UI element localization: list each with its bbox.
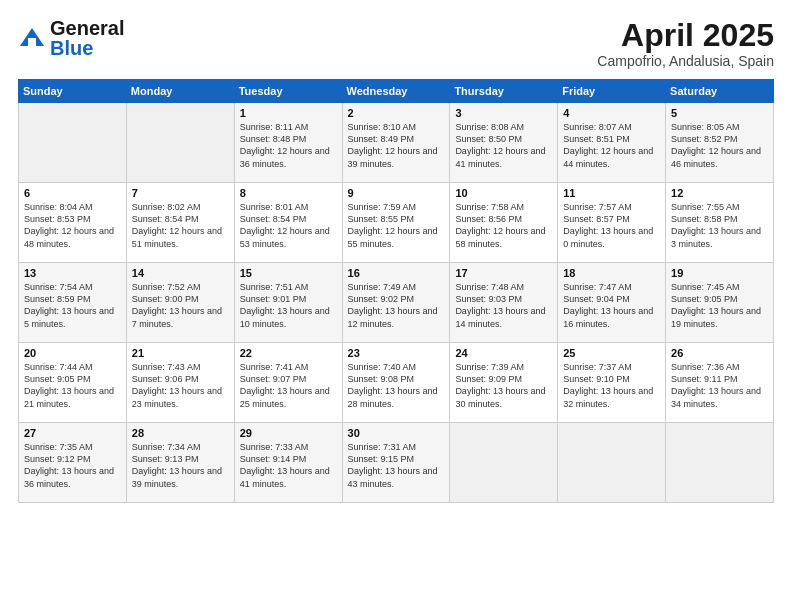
day-info: Sunrise: 7:49 AM Sunset: 9:02 PM Dayligh…	[348, 281, 445, 330]
day-number: 21	[132, 347, 229, 359]
weekday-header-thursday: Thursday	[450, 80, 558, 103]
calendar-cell	[666, 423, 774, 503]
day-info: Sunrise: 7:57 AM Sunset: 8:57 PM Dayligh…	[563, 201, 660, 250]
calendar-cell: 1Sunrise: 8:11 AM Sunset: 8:48 PM Daylig…	[234, 103, 342, 183]
calendar-cell: 6Sunrise: 8:04 AM Sunset: 8:53 PM Daylig…	[19, 183, 127, 263]
subtitle: Campofrio, Andalusia, Spain	[597, 53, 774, 69]
day-info: Sunrise: 8:01 AM Sunset: 8:54 PM Dayligh…	[240, 201, 337, 250]
calendar-cell: 28Sunrise: 7:34 AM Sunset: 9:13 PM Dayli…	[126, 423, 234, 503]
day-info: Sunrise: 7:58 AM Sunset: 8:56 PM Dayligh…	[455, 201, 552, 250]
day-info: Sunrise: 8:11 AM Sunset: 8:48 PM Dayligh…	[240, 121, 337, 170]
day-number: 19	[671, 267, 768, 279]
day-number: 10	[455, 187, 552, 199]
day-number: 18	[563, 267, 660, 279]
day-number: 1	[240, 107, 337, 119]
page: General Blue April 2025 Campofrio, Andal…	[0, 0, 792, 612]
day-info: Sunrise: 8:02 AM Sunset: 8:54 PM Dayligh…	[132, 201, 229, 250]
day-info: Sunrise: 7:51 AM Sunset: 9:01 PM Dayligh…	[240, 281, 337, 330]
day-number: 20	[24, 347, 121, 359]
day-number: 5	[671, 107, 768, 119]
day-number: 8	[240, 187, 337, 199]
day-number: 9	[348, 187, 445, 199]
weekday-header-saturday: Saturday	[666, 80, 774, 103]
day-info: Sunrise: 7:36 AM Sunset: 9:11 PM Dayligh…	[671, 361, 768, 410]
day-number: 13	[24, 267, 121, 279]
day-number: 2	[348, 107, 445, 119]
calendar-week-2: 6Sunrise: 8:04 AM Sunset: 8:53 PM Daylig…	[19, 183, 774, 263]
calendar-cell: 29Sunrise: 7:33 AM Sunset: 9:14 PM Dayli…	[234, 423, 342, 503]
day-number: 27	[24, 427, 121, 439]
day-info: Sunrise: 7:44 AM Sunset: 9:05 PM Dayligh…	[24, 361, 121, 410]
day-number: 24	[455, 347, 552, 359]
calendar-cell: 30Sunrise: 7:31 AM Sunset: 9:15 PM Dayli…	[342, 423, 450, 503]
calendar-cell: 17Sunrise: 7:48 AM Sunset: 9:03 PM Dayli…	[450, 263, 558, 343]
weekday-header-monday: Monday	[126, 80, 234, 103]
header-row: SundayMondayTuesdayWednesdayThursdayFrid…	[19, 80, 774, 103]
day-number: 29	[240, 427, 337, 439]
calendar-cell: 24Sunrise: 7:39 AM Sunset: 9:09 PM Dayli…	[450, 343, 558, 423]
calendar-cell: 22Sunrise: 7:41 AM Sunset: 9:07 PM Dayli…	[234, 343, 342, 423]
calendar-body: 1Sunrise: 8:11 AM Sunset: 8:48 PM Daylig…	[19, 103, 774, 503]
calendar-cell	[19, 103, 127, 183]
calendar-cell: 13Sunrise: 7:54 AM Sunset: 8:59 PM Dayli…	[19, 263, 127, 343]
day-number: 28	[132, 427, 229, 439]
calendar-cell	[450, 423, 558, 503]
day-info: Sunrise: 8:07 AM Sunset: 8:51 PM Dayligh…	[563, 121, 660, 170]
logo-general: General	[50, 18, 124, 38]
calendar-cell: 10Sunrise: 7:58 AM Sunset: 8:56 PM Dayli…	[450, 183, 558, 263]
calendar-cell: 14Sunrise: 7:52 AM Sunset: 9:00 PM Dayli…	[126, 263, 234, 343]
calendar-cell: 5Sunrise: 8:05 AM Sunset: 8:52 PM Daylig…	[666, 103, 774, 183]
day-number: 15	[240, 267, 337, 279]
day-info: Sunrise: 7:40 AM Sunset: 9:08 PM Dayligh…	[348, 361, 445, 410]
day-number: 4	[563, 107, 660, 119]
calendar-week-4: 20Sunrise: 7:44 AM Sunset: 9:05 PM Dayli…	[19, 343, 774, 423]
day-number: 22	[240, 347, 337, 359]
day-number: 14	[132, 267, 229, 279]
day-info: Sunrise: 7:37 AM Sunset: 9:10 PM Dayligh…	[563, 361, 660, 410]
calendar-cell: 18Sunrise: 7:47 AM Sunset: 9:04 PM Dayli…	[558, 263, 666, 343]
header: General Blue April 2025 Campofrio, Andal…	[18, 18, 774, 69]
day-info: Sunrise: 7:33 AM Sunset: 9:14 PM Dayligh…	[240, 441, 337, 490]
day-info: Sunrise: 8:08 AM Sunset: 8:50 PM Dayligh…	[455, 121, 552, 170]
day-number: 17	[455, 267, 552, 279]
calendar: SundayMondayTuesdayWednesdayThursdayFrid…	[18, 79, 774, 503]
day-number: 30	[348, 427, 445, 439]
weekday-header-friday: Friday	[558, 80, 666, 103]
day-info: Sunrise: 7:47 AM Sunset: 9:04 PM Dayligh…	[563, 281, 660, 330]
day-number: 11	[563, 187, 660, 199]
calendar-week-5: 27Sunrise: 7:35 AM Sunset: 9:12 PM Dayli…	[19, 423, 774, 503]
day-info: Sunrise: 8:05 AM Sunset: 8:52 PM Dayligh…	[671, 121, 768, 170]
calendar-cell	[558, 423, 666, 503]
day-number: 3	[455, 107, 552, 119]
calendar-cell: 7Sunrise: 8:02 AM Sunset: 8:54 PM Daylig…	[126, 183, 234, 263]
logo: General Blue	[18, 18, 124, 58]
calendar-week-3: 13Sunrise: 7:54 AM Sunset: 8:59 PM Dayli…	[19, 263, 774, 343]
calendar-cell: 21Sunrise: 7:43 AM Sunset: 9:06 PM Dayli…	[126, 343, 234, 423]
calendar-cell: 25Sunrise: 7:37 AM Sunset: 9:10 PM Dayli…	[558, 343, 666, 423]
day-info: Sunrise: 7:35 AM Sunset: 9:12 PM Dayligh…	[24, 441, 121, 490]
day-number: 7	[132, 187, 229, 199]
logo-text: General Blue	[50, 18, 124, 58]
title-block: April 2025 Campofrio, Andalusia, Spain	[597, 18, 774, 69]
day-info: Sunrise: 8:04 AM Sunset: 8:53 PM Dayligh…	[24, 201, 121, 250]
day-info: Sunrise: 7:59 AM Sunset: 8:55 PM Dayligh…	[348, 201, 445, 250]
day-info: Sunrise: 7:54 AM Sunset: 8:59 PM Dayligh…	[24, 281, 121, 330]
day-number: 12	[671, 187, 768, 199]
svg-rect-1	[28, 38, 36, 46]
calendar-cell: 3Sunrise: 8:08 AM Sunset: 8:50 PM Daylig…	[450, 103, 558, 183]
day-info: Sunrise: 7:48 AM Sunset: 9:03 PM Dayligh…	[455, 281, 552, 330]
day-info: Sunrise: 7:55 AM Sunset: 8:58 PM Dayligh…	[671, 201, 768, 250]
day-number: 23	[348, 347, 445, 359]
calendar-cell: 27Sunrise: 7:35 AM Sunset: 9:12 PM Dayli…	[19, 423, 127, 503]
calendar-cell: 16Sunrise: 7:49 AM Sunset: 9:02 PM Dayli…	[342, 263, 450, 343]
day-info: Sunrise: 7:52 AM Sunset: 9:00 PM Dayligh…	[132, 281, 229, 330]
day-info: Sunrise: 7:31 AM Sunset: 9:15 PM Dayligh…	[348, 441, 445, 490]
calendar-cell: 15Sunrise: 7:51 AM Sunset: 9:01 PM Dayli…	[234, 263, 342, 343]
calendar-cell: 20Sunrise: 7:44 AM Sunset: 9:05 PM Dayli…	[19, 343, 127, 423]
day-info: Sunrise: 7:43 AM Sunset: 9:06 PM Dayligh…	[132, 361, 229, 410]
calendar-cell	[126, 103, 234, 183]
calendar-cell: 8Sunrise: 8:01 AM Sunset: 8:54 PM Daylig…	[234, 183, 342, 263]
logo-icon	[18, 24, 46, 52]
calendar-week-1: 1Sunrise: 8:11 AM Sunset: 8:48 PM Daylig…	[19, 103, 774, 183]
day-info: Sunrise: 8:10 AM Sunset: 8:49 PM Dayligh…	[348, 121, 445, 170]
